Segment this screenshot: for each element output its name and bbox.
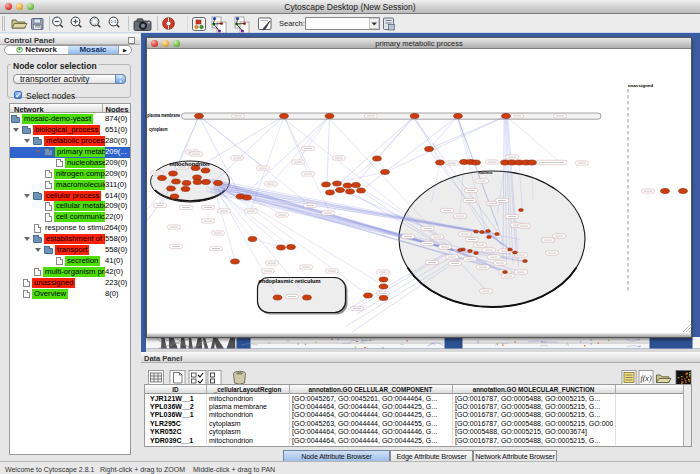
svg-text:cytoplasm: cytoplasm xyxy=(149,127,168,132)
svg-text:mitochondrion: mitochondrion xyxy=(170,161,210,166)
svg-text:1:1: 1:1 xyxy=(111,19,118,24)
svg-text:Search:: Search: xyxy=(279,19,305,28)
svg-text:f(x): f(x) xyxy=(640,374,651,383)
svg-text:plasma membrane: plasma membrane xyxy=(147,112,180,117)
svg-text:nucleus: nucleus xyxy=(479,169,494,174)
svg-text:unassigned: unassigned xyxy=(628,83,654,88)
svg-text:endoplasmic reticulum: endoplasmic reticulum xyxy=(259,278,321,283)
